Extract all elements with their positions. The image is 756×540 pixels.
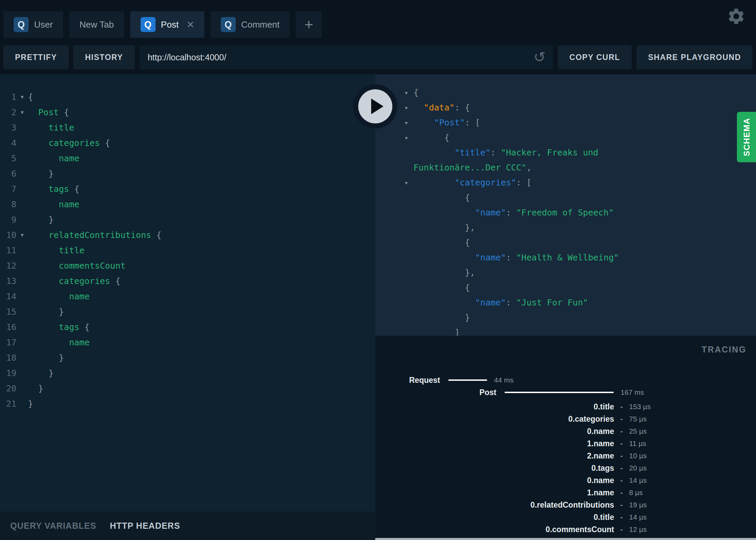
editor-line[interactable]: 11title <box>0 243 375 258</box>
tracing-field-name: 0.commentsCount <box>375 525 614 534</box>
endpoint-url-input[interactable] <box>147 52 534 63</box>
editor-line[interactable]: 13categories { <box>0 273 375 289</box>
tracing-field-time: 75 µs <box>629 415 647 423</box>
code-token: { <box>115 276 120 286</box>
response-viewer[interactable]: ▾{▾"data": {▾"Post": [▾{"title": "Hacker… <box>375 74 756 336</box>
fold-spacer <box>16 335 28 350</box>
response-text: Funktionäre...Der CCC", <box>413 160 756 175</box>
tracing-field-time: 8 µs <box>629 489 643 497</box>
tracing-bar-row: Post167 ms <box>375 386 756 399</box>
line-number: 15 <box>0 304 16 319</box>
editor-line[interactable]: 1▾{ <box>0 89 375 105</box>
response-line: ] <box>375 325 756 336</box>
code-token: Post <box>38 107 64 117</box>
response-line: ▾"Post": [ <box>375 115 756 130</box>
code-text: relatedContributions { <box>28 227 161 243</box>
horizontal-scrollbar[interactable] <box>375 538 756 540</box>
editor-line[interactable]: 8name <box>0 197 375 212</box>
code-text: } <box>28 212 54 227</box>
tracing-field-row: 1.name-11 µs <box>375 437 756 450</box>
tab-http-headers[interactable]: HTTP HEADERS <box>110 521 180 531</box>
close-tab-icon[interactable]: × <box>187 18 194 31</box>
code-token: { <box>28 92 33 102</box>
copy-curl-button[interactable]: COPY CURL <box>558 45 632 69</box>
response-token: : <box>491 148 501 158</box>
response-token: }, <box>465 268 475 278</box>
tracing-field-row: 0.name-14 µs <box>375 474 756 486</box>
editor-line[interactable]: 6} <box>0 166 375 181</box>
tab-new-tab[interactable]: New Tab <box>69 11 124 38</box>
code-token: { <box>85 322 90 332</box>
editor-line[interactable]: 15} <box>0 304 375 319</box>
editor-line[interactable]: 17name <box>0 335 375 350</box>
editor-line[interactable]: 10▾relatedContributions { <box>0 227 375 243</box>
line-number: 14 <box>0 289 16 304</box>
prettify-button[interactable]: PRETTIFY <box>3 45 69 69</box>
fold-arrow-icon[interactable]: ▾ <box>16 89 28 105</box>
code-text: } <box>28 365 54 381</box>
tracing-rows: 0.title-153 µs0.categories-75 µs0.name-2… <box>375 401 756 540</box>
response-token: "Post" <box>434 118 465 127</box>
response-line: "name": "Just For Fun" <box>375 295 756 310</box>
line-number: 13 <box>0 273 16 289</box>
editor-line[interactable]: 20} <box>0 381 375 396</box>
editor-line[interactable]: 4categories { <box>0 135 375 151</box>
response-text: "name": "Freedom of Speech" <box>413 205 756 220</box>
fold-spacer <box>16 151 28 166</box>
tracing-field-name: 2.name <box>375 451 614 461</box>
editor-line[interactable]: 5name <box>0 151 375 166</box>
code-token: title <box>59 245 84 255</box>
line-number: 12 <box>0 258 16 273</box>
share-playground-button[interactable]: SHARE PLAYGROUND <box>637 45 753 69</box>
tab-query-variables[interactable]: QUERY VARIABLES <box>10 521 96 531</box>
query-editor[interactable]: 1▾{2▾Post {3title4categories {5name6}7ta… <box>0 74 375 511</box>
history-button[interactable]: HISTORY <box>73 45 134 69</box>
reload-endpoint-icon[interactable]: ↺ <box>534 50 546 64</box>
response-token: }, <box>465 223 475 232</box>
tab-post[interactable]: QPost× <box>130 11 204 38</box>
response-token: { <box>465 283 470 292</box>
editor-footer-bar: QUERY VARIABLES HTTP HEADERS <box>0 511 375 540</box>
collapse-arrow-icon[interactable]: ▾ <box>404 175 408 190</box>
tracing-bar-time: 44 ms <box>494 376 513 384</box>
code-text: tags { <box>28 319 90 335</box>
editor-line[interactable]: 9} <box>0 212 375 227</box>
response-token: : <box>506 298 516 308</box>
editor-line[interactable]: 21} <box>0 396 375 411</box>
settings-gear-icon[interactable] <box>727 7 746 26</box>
response-text: ] <box>413 325 756 336</box>
fold-spacer <box>16 120 28 135</box>
editor-line[interactable]: 14name <box>0 289 375 304</box>
fold-arrow-icon[interactable]: ▾ <box>16 227 28 243</box>
code-token: } <box>48 215 54 225</box>
collapse-arrow-icon[interactable]: ▾ <box>404 100 408 115</box>
response-text: "name": "Just For Fun" <box>413 295 756 310</box>
new-tab-button[interactable]: + <box>296 11 322 38</box>
code-text: categories { <box>28 273 120 289</box>
code-token: title <box>48 123 74 133</box>
collapse-arrow-icon[interactable]: ▾ <box>404 115 408 130</box>
code-token: relatedContributions <box>48 230 156 240</box>
collapse-arrow-icon[interactable]: ▾ <box>404 85 408 100</box>
editor-line[interactable]: 16tags { <box>0 319 375 335</box>
editor-line[interactable]: 2▾Post { <box>0 105 375 120</box>
tracing-bar-label: Post <box>375 388 496 397</box>
tab-user[interactable]: QUser <box>3 11 63 38</box>
editor-line[interactable]: 7tags { <box>0 181 375 197</box>
tab-comment[interactable]: QComment <box>210 11 290 38</box>
response-line: { <box>375 190 756 205</box>
editor-line[interactable]: 3title <box>0 120 375 135</box>
fold-arrow-icon[interactable]: ▾ <box>16 105 28 120</box>
execute-query-button[interactable] <box>353 84 397 129</box>
response-token: : [ <box>516 178 532 188</box>
editor-line[interactable]: 18} <box>0 350 375 365</box>
code-token: name <box>69 291 89 301</box>
response-token: "data" <box>424 103 454 112</box>
line-number: 16 <box>0 319 16 335</box>
editor-line[interactable]: 19} <box>0 365 375 381</box>
code-text: { <box>28 89 33 105</box>
schema-side-tab[interactable]: SCHEMA <box>737 112 756 162</box>
collapse-arrow-icon[interactable]: ▾ <box>404 130 408 145</box>
tracing-field-row: 0.commentsCount-12 µs <box>375 523 756 536</box>
editor-line[interactable]: 12commentsCount <box>0 258 375 273</box>
